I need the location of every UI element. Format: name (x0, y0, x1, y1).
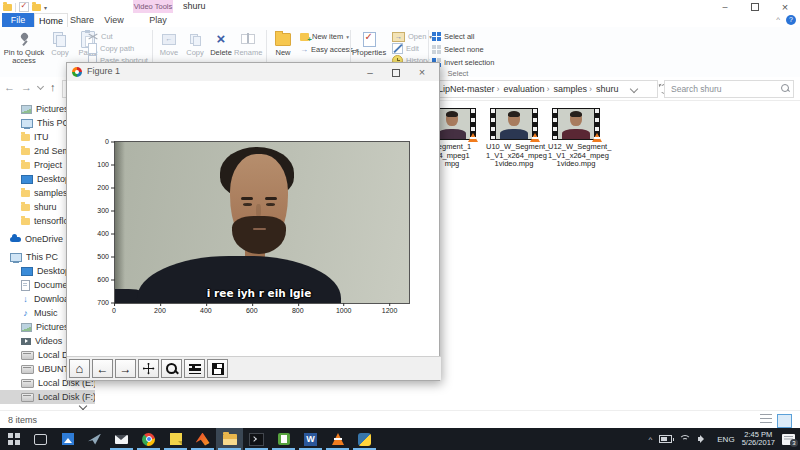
collapse-ribbon-icon[interactable]: ^ (776, 15, 780, 24)
pan-icon[interactable] (138, 359, 159, 378)
divider (15, 3, 16, 12)
address-dropdown-icon[interactable] (630, 85, 638, 93)
scroll-down-icon[interactable] (80, 403, 87, 410)
new-folder-icon[interactable] (32, 4, 41, 11)
sidebar-item-icon (21, 134, 30, 141)
app-icon[interactable] (81, 428, 108, 450)
new-folder-button[interactable]: New (270, 29, 296, 57)
breadcrumb-item[interactable]: LipNet-master (431, 84, 495, 94)
copy-button[interactable]: Copy (46, 29, 74, 57)
figure-close-button[interactable] (409, 66, 435, 78)
pin-to-quick-access-button[interactable]: Pin to Quick access (2, 29, 46, 65)
vlc-cone-icon (468, 133, 478, 142)
back-icon[interactable] (92, 359, 113, 378)
start-icon[interactable] (0, 428, 27, 450)
forward-icon[interactable]: → (21, 81, 32, 93)
tab-view[interactable]: View (98, 13, 130, 27)
search-input[interactable] (669, 82, 778, 96)
battery-icon[interactable] (659, 435, 672, 443)
figure-canvas[interactable]: i ree iyh r eih lgie 0100200300400500600… (67, 81, 439, 358)
search-box[interactable] (664, 80, 794, 98)
vlc-icon[interactable] (324, 428, 351, 450)
edit-icon (392, 43, 403, 54)
properties-check-icon[interactable] (19, 2, 29, 12)
minimize-button[interactable] (710, 2, 740, 12)
sidebar-item-icon (21, 162, 30, 169)
file-name: U10_W_Segment_ 1_V1_x264_mpeg 1video.mpg (486, 143, 542, 169)
folder-icon[interactable] (3, 4, 12, 11)
volume-icon[interactable] (698, 435, 710, 443)
file-item[interactable]: U12_W_Segment_ 1_V1_x264_mpeg 1video.mpg (548, 108, 604, 169)
sidebar-item-label: ITU (34, 132, 49, 142)
python-icon[interactable] (351, 428, 378, 450)
zoom-icon[interactable] (161, 359, 182, 378)
configure-subplots-icon[interactable] (184, 359, 205, 378)
wifi-icon[interactable] (679, 435, 691, 443)
tab-home[interactable]: Home (34, 13, 68, 28)
cut-button[interactable]: Cut (88, 31, 113, 42)
file-item[interactable]: U10_W_Segment_ 1_V1_x264_mpeg 1video.mpg (486, 108, 542, 169)
task-view-icon[interactable] (27, 428, 54, 450)
matlab-icon[interactable] (189, 428, 216, 450)
select-all-button[interactable]: Select all (432, 31, 474, 42)
large-icons-view-icon[interactable] (777, 414, 792, 428)
breadcrumb-item[interactable]: samples (547, 84, 588, 94)
sidebar-item[interactable]: Local Disk (F:) (0, 390, 95, 404)
y-tick-label: 300 (81, 207, 109, 214)
edit-button[interactable]: Edit (392, 43, 419, 54)
notification-center-icon[interactable]: 3 (782, 434, 795, 445)
sticky-notes-icon[interactable] (162, 428, 189, 450)
recent-locations-icon[interactable] (38, 83, 44, 89)
copy-path-button[interactable]: Copy path (88, 43, 134, 54)
text-editor-icon[interactable] (270, 428, 297, 450)
tab-play[interactable]: Play (138, 13, 178, 27)
figure-minimize-button[interactable] (357, 67, 383, 78)
command-prompt-icon[interactable] (243, 428, 270, 450)
dropdown-caret: ▾ (346, 34, 349, 40)
restore-button[interactable] (740, 2, 770, 12)
mail-icon[interactable] (108, 428, 135, 450)
clock[interactable]: 2:45 PM 5/26/2017 (742, 431, 775, 448)
qat-dropdown-icon[interactable]: ▾ (44, 4, 47, 11)
tab-file[interactable]: File (2, 13, 34, 27)
sidebar-item-icon (21, 175, 33, 184)
delete-x-icon (217, 32, 226, 46)
save-icon[interactable] (207, 359, 228, 378)
invert-selection-button[interactable]: Invert selection (432, 57, 494, 68)
contextual-tab-video-tools[interactable]: Video Tools (133, 0, 173, 13)
up-icon[interactable]: ↑ (50, 81, 56, 93)
photos-icon[interactable] (54, 428, 81, 450)
sidebar-item-icon (21, 204, 30, 211)
home-icon[interactable] (69, 359, 90, 378)
details-view-icon[interactable] (760, 414, 772, 425)
tab-share[interactable]: Share (66, 13, 98, 27)
new-item-button[interactable]: New item ▾ (300, 31, 349, 42)
breadcrumb-item[interactable]: evaluation (497, 84, 545, 94)
copy-to-button[interactable]: Copy (182, 29, 208, 57)
open-button[interactable]: Open ▾ (392, 31, 432, 42)
close-button[interactable] (770, 1, 800, 13)
y-tick-label: 100 (81, 161, 109, 168)
file-explorer-icon[interactable] (216, 428, 243, 450)
help-icon[interactable]: ? (786, 15, 796, 25)
x-tick-label: 1000 (336, 307, 352, 314)
rename-button[interactable]: Rename (234, 29, 262, 57)
tray-expand-icon[interactable]: ^ (649, 435, 653, 444)
forward-icon[interactable] (115, 359, 136, 378)
figure-titlebar[interactable]: Figure 1 (67, 63, 439, 82)
select-all-icon (432, 32, 441, 41)
notification-badge: 3 (790, 439, 798, 447)
back-icon[interactable]: ← (4, 81, 15, 93)
properties-button[interactable]: Properties (352, 29, 386, 57)
language-indicator[interactable]: ENG (717, 435, 734, 444)
sidebar-item-icon (21, 148, 30, 155)
chrome-icon[interactable] (135, 428, 162, 450)
word-icon[interactable] (297, 428, 324, 450)
figure-maximize-button[interactable] (383, 67, 409, 78)
sidebar-item-label: Videos (35, 336, 62, 346)
breadcrumb-item[interactable]: shuru (589, 84, 619, 94)
delete-button[interactable]: Delete (208, 29, 234, 57)
move-to-button[interactable]: Move (156, 29, 182, 57)
select-none-button[interactable]: Select none (432, 44, 484, 55)
file-name: U12_W_Segment_ 1_V1_x264_mpeg 1video.mpg (548, 143, 604, 169)
